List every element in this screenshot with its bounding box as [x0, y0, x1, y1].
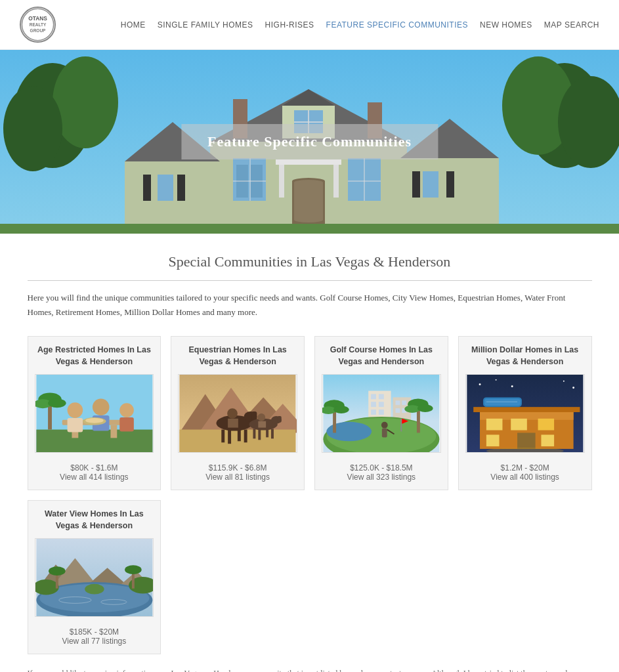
svg-rect-95: [402, 401, 406, 406]
hero-title: Feature Specific Communities: [207, 133, 412, 150]
svg-point-6: [53, 56, 118, 148]
svg-rect-71: [228, 430, 231, 444]
svg-point-7: [3, 86, 62, 171]
svg-rect-96: [396, 408, 400, 413]
nav-home[interactable]: HOME: [121, 20, 146, 30]
card-image-equestrian: [178, 374, 297, 453]
svg-rect-54: [119, 417, 134, 432]
svg-rect-130: [484, 399, 521, 406]
card-image-golf: [322, 374, 441, 453]
nav-high-rises[interactable]: HIGH-RISES: [265, 20, 314, 30]
svg-text:REALTY: REALTY: [30, 22, 47, 27]
card-title-million: Million Dollar Homes in Las Vegas & Hend…: [465, 345, 585, 368]
svg-rect-93: [379, 410, 384, 415]
svg-text:OTANS: OTANS: [28, 15, 47, 22]
card-price-age-restricted: $80K - $1.6M: [70, 463, 117, 472]
empty-cell-3: [314, 500, 448, 654]
svg-rect-80: [259, 429, 261, 440]
card-link-golf[interactable]: View all 323 listings: [347, 472, 416, 482]
community-grid-row1: Age Restricted Homes In Las Vegas & Hend…: [28, 336, 592, 490]
card-age-restricted[interactable]: Age Restricted Homes In Las Vegas & Hend…: [28, 336, 161, 490]
svg-rect-42: [446, 171, 454, 198]
nav-feature-communities[interactable]: FEATURE SPECIFIC COMMUNITIES: [326, 20, 468, 30]
svg-rect-45: [36, 430, 152, 452]
svg-rect-112: [400, 419, 402, 432]
card-price-golf: $125.0K - $18.5M: [350, 463, 412, 472]
svg-point-117: [511, 385, 513, 387]
svg-rect-69: [252, 411, 257, 421]
svg-rect-33: [294, 180, 323, 222]
svg-point-108: [417, 404, 433, 412]
svg-rect-41: [412, 171, 420, 198]
svg-point-53: [119, 403, 134, 417]
nav-links: HOME SINGLE FAMILY HOMES HIGH-RISES FEAT…: [121, 20, 599, 30]
svg-point-116: [495, 379, 496, 381]
svg-rect-37: [0, 224, 619, 234]
card-water-view[interactable]: Water View Homes In Las Vegas & Henderso…: [28, 500, 161, 654]
svg-rect-78: [278, 416, 282, 423]
svg-rect-123: [486, 419, 503, 430]
card-title-age-restricted: Age Restricted Homes In Las Vegas & Hend…: [35, 345, 154, 368]
svg-rect-35: [333, 161, 339, 198]
card-image-million: [465, 374, 585, 453]
svg-rect-124: [511, 419, 527, 430]
logo[interactable]: OTANS REALTY GROUP: [20, 7, 56, 43]
main-content: Special Communities in Las Vegas & Hende…: [14, 253, 605, 672]
card-title-golf: Golf Course Homes In Las Vegas and Hende…: [322, 345, 441, 368]
svg-rect-128: [517, 433, 536, 450]
svg-point-49: [67, 402, 83, 418]
svg-rect-125: [538, 419, 554, 430]
card-title-equestrian: Equestrian Homes In Las Vegas & Henderso…: [178, 345, 297, 368]
svg-rect-84: [259, 421, 267, 428]
svg-rect-90: [371, 402, 376, 407]
svg-rect-81: [266, 429, 268, 438]
svg-rect-48: [110, 425, 117, 438]
card-million-dollar[interactable]: Million Dollar Homes in Las Vegas & Hend…: [458, 336, 592, 490]
svg-rect-73: [244, 430, 247, 443]
svg-rect-127: [541, 435, 554, 447]
svg-point-144: [85, 584, 104, 595]
card-title-water: Water View Homes In Las Vegas & Henderso…: [35, 509, 154, 532]
card-image-water: [35, 538, 154, 617]
nav-new-homes[interactable]: NEW HOMES: [480, 20, 532, 30]
logo-circle: OTANS REALTY GROUP: [20, 7, 56, 43]
svg-rect-39: [177, 175, 185, 201]
card-golf-course[interactable]: Golf Course Homes In Las Vegas and Hende…: [314, 336, 448, 490]
svg-rect-75: [228, 419, 238, 428]
svg-point-115: [479, 383, 480, 385]
card-link-equestrian[interactable]: View all 81 listings: [205, 472, 270, 482]
card-link-age-restricted[interactable]: View all 414 listings: [60, 472, 129, 482]
svg-rect-79: [253, 429, 256, 439]
svg-point-118: [563, 381, 565, 382]
community-grid-row2: Water View Homes In Las Vegas & Henderso…: [28, 500, 592, 654]
svg-rect-34: [279, 161, 284, 198]
card-price-million: $1.2M - $20M: [501, 463, 549, 472]
svg-rect-40: [158, 175, 173, 201]
svg-point-109: [381, 422, 388, 429]
empty-cell-4: [458, 500, 592, 654]
svg-point-51: [92, 399, 109, 416]
svg-rect-70: [222, 430, 225, 443]
card-image-age-restricted: [35, 374, 154, 453]
svg-rect-92: [371, 410, 376, 415]
hero-title-box: Feature Specific Communities: [181, 124, 438, 159]
svg-rect-72: [238, 430, 241, 442]
empty-cell-2: [171, 500, 305, 654]
svg-rect-38: [143, 175, 151, 201]
nav-map-search[interactable]: MAP SEARCH: [544, 20, 599, 30]
card-price-water: $185K - $20M: [70, 627, 119, 637]
card-link-water[interactable]: View all 77 listings: [62, 637, 126, 646]
svg-rect-126: [486, 435, 500, 447]
svg-rect-91: [379, 402, 384, 407]
svg-rect-110: [382, 429, 387, 438]
svg-rect-94: [396, 401, 400, 406]
card-equestrian[interactable]: Equestrian Homes In Las Vegas & Henderso…: [171, 336, 305, 490]
hero-banner: Feature Specific Communities: [0, 50, 619, 234]
svg-rect-89: [379, 394, 384, 400]
svg-rect-43: [423, 171, 438, 198]
nav-single-family[interactable]: SINGLE FAMILY HOMES: [158, 20, 253, 30]
svg-point-60: [48, 399, 66, 408]
card-link-million[interactable]: View all 400 listings: [490, 472, 559, 482]
svg-point-119: [572, 387, 574, 388]
svg-point-74: [227, 408, 238, 419]
